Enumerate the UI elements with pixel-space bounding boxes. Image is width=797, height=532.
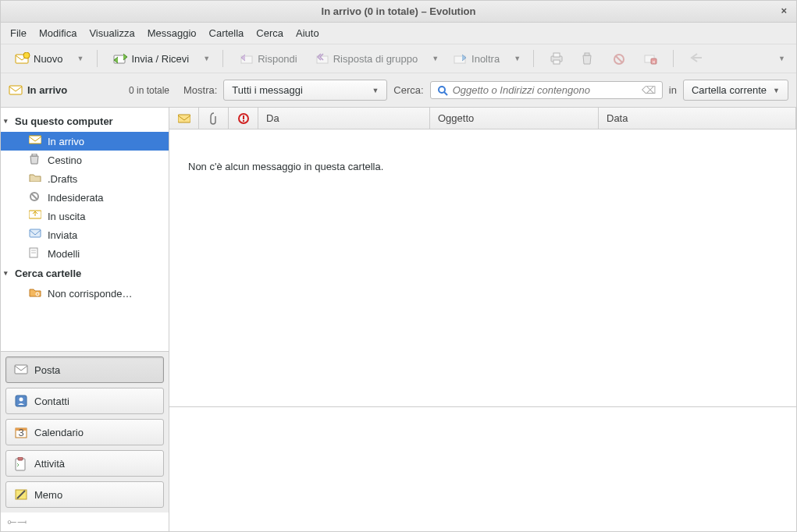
switcher-label: Calendario xyxy=(34,427,84,438)
back-button[interactable] xyxy=(683,49,710,68)
toolbar: Nuovo ▼ Invia / Ricevi ▼ Rispondi Rispos… xyxy=(1,44,796,73)
component-switcher: Posta Contatti 3 Calendario Attività Mem… xyxy=(1,351,169,512)
menu-search[interactable]: Cerca xyxy=(256,27,283,39)
current-folder-name: In arrivo xyxy=(27,84,67,96)
not-junk-icon xyxy=(643,52,657,65)
search-scope-value: Cartella corrente xyxy=(692,84,767,96)
tree-item-templates[interactable]: Modelli xyxy=(1,244,169,263)
delete-button[interactable] xyxy=(575,49,601,68)
tree-item-inbox[interactable]: In arrivo xyxy=(1,132,169,151)
tree-item-sent[interactable]: Inviata xyxy=(1,225,169,244)
switcher-label: Contatti xyxy=(34,395,69,407)
column-subject[interactable]: Oggetto xyxy=(430,108,599,129)
svg-line-11 xyxy=(616,56,622,62)
menu-folder[interactable]: Cartella xyxy=(209,27,244,39)
switcher-label: Attività xyxy=(34,458,65,470)
new-dropdown-icon[interactable]: ▼ xyxy=(74,55,87,62)
forward-icon xyxy=(453,52,467,65)
print-button[interactable] xyxy=(543,49,570,68)
send-receive-button[interactable]: Invia / Ricevi xyxy=(107,49,196,68)
tree-item-label: In uscita xyxy=(48,211,85,222)
show-filter-combo[interactable]: Tutti i messaggi ▼ xyxy=(223,80,387,101)
switcher-mail[interactable]: Posta xyxy=(5,356,164,383)
titlebar: In arrivo (0 in totale) – Evolution × xyxy=(1,1,796,23)
preview-pane xyxy=(169,406,796,531)
switcher-tasks[interactable]: Attività xyxy=(5,450,164,477)
tree-item-label: In arrivo xyxy=(48,136,84,147)
reply-all-icon xyxy=(315,52,329,65)
current-folder-label: In arrivo xyxy=(9,84,67,97)
tree-item-label: Inviata xyxy=(48,229,77,241)
menu-file[interactable]: File xyxy=(10,27,27,39)
column-from[interactable]: Da xyxy=(258,108,430,129)
chevron-down-icon: ▼ xyxy=(773,87,780,94)
message-list-header: Da Oggetto Data xyxy=(169,108,796,129)
separator xyxy=(533,50,534,67)
reply-all-button[interactable]: Risposta di gruppo xyxy=(308,49,424,68)
tree-item-drafts[interactable]: .Drafts xyxy=(1,169,169,188)
main-panel: Da Oggetto Data Non c'è alcun messaggio … xyxy=(169,108,796,531)
back-icon xyxy=(689,52,703,65)
menubar: File Modifica Visualizza Messaggio Carte… xyxy=(1,23,796,44)
menu-help[interactable]: Aiuto xyxy=(296,27,319,39)
calendar-icon: 3 xyxy=(14,426,28,438)
close-icon[interactable]: × xyxy=(781,5,787,16)
switcher-calendar[interactable]: 3 Calendario xyxy=(5,419,164,445)
column-date[interactable]: Data xyxy=(599,108,796,129)
search-icon xyxy=(437,85,448,96)
back-dropdown-icon[interactable]: ▼ xyxy=(775,55,788,62)
svg-rect-9 xyxy=(585,53,589,55)
tree-item-label: Non corrisponde… xyxy=(48,288,132,300)
column-status[interactable] xyxy=(169,108,199,129)
document-icon xyxy=(29,247,43,260)
column-attachment[interactable] xyxy=(199,108,229,129)
empty-message-text: Non c'è alcun messaggio in questa cartel… xyxy=(188,161,383,172)
column-flag[interactable] xyxy=(229,108,258,129)
search-input[interactable] xyxy=(453,84,637,96)
chevron-down-icon: ▼ xyxy=(372,87,379,94)
inbox-icon xyxy=(29,135,43,147)
reply-all-dropdown-icon[interactable]: ▼ xyxy=(429,55,442,62)
switcher-contacts[interactable]: Contatti xyxy=(5,388,164,414)
svg-rect-34 xyxy=(18,457,23,460)
reply-icon xyxy=(239,52,253,65)
svg-rect-38 xyxy=(243,115,244,119)
reply-button[interactable]: Rispondi xyxy=(233,49,304,68)
tasks-icon xyxy=(14,457,28,470)
separator xyxy=(222,50,223,67)
svg-rect-36 xyxy=(178,115,190,122)
new-button[interactable]: Nuovo xyxy=(9,49,69,68)
not-junk-button[interactable] xyxy=(637,49,664,68)
send-receive-label: Invia / Ricevi xyxy=(132,53,190,65)
menu-message[interactable]: Messaggio xyxy=(148,27,197,39)
search-field[interactable]: ⌫ xyxy=(430,81,663,99)
switcher-memos[interactable]: Memo xyxy=(5,481,164,508)
svg-point-1 xyxy=(23,52,30,59)
forward-dropdown-icon[interactable]: ▼ xyxy=(511,55,524,62)
svg-line-20 xyxy=(31,193,37,200)
junk-button[interactable] xyxy=(606,49,632,68)
tree-item-unmatched[interactable]: Non corrisponde… xyxy=(1,284,169,303)
memo-icon xyxy=(14,488,28,501)
search-scope-combo[interactable]: Cartella corrente ▼ xyxy=(683,80,788,101)
reply-all-label: Risposta di gruppo xyxy=(333,53,418,65)
tree-item-junk[interactable]: Indesiderata xyxy=(1,188,169,207)
folder-tree: Su questo computer In arrivo Cestino .Dr… xyxy=(1,108,169,351)
tree-item-trash[interactable]: Cestino xyxy=(1,151,169,169)
new-label: Nuovo xyxy=(34,53,63,65)
svg-rect-13 xyxy=(651,59,656,64)
statusbar-grip-icon: ⟜⟞ xyxy=(1,512,169,531)
forward-button[interactable]: Inoltra xyxy=(447,49,506,68)
clear-search-icon[interactable]: ⌫ xyxy=(642,84,656,96)
tree-item-outbox[interactable]: In uscita xyxy=(1,207,169,225)
send-receive-icon xyxy=(113,52,127,65)
tree-group-search[interactable]: Cerca cartelle xyxy=(1,263,169,284)
message-count: 0 in totale xyxy=(129,85,169,96)
svg-rect-22 xyxy=(30,229,41,237)
menu-view[interactable]: Visualizza xyxy=(89,27,134,39)
send-receive-dropdown-icon[interactable]: ▼ xyxy=(200,55,213,62)
tree-item-label: .Drafts xyxy=(48,173,77,185)
menu-edit[interactable]: Modifica xyxy=(39,27,76,39)
filter-bar: In arrivo 0 in totale Mostra: Tutti i me… xyxy=(1,73,796,108)
tree-group-local[interactable]: Su questo computer xyxy=(1,111,169,132)
